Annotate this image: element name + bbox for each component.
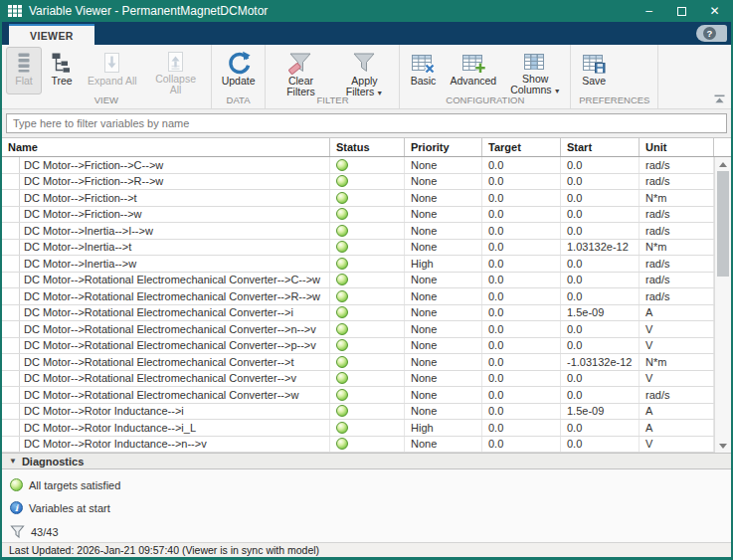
table-row[interactable]: DC Motor-->Rotational Electromechanical …: [2, 273, 714, 289]
unit-cell: N*m: [640, 354, 714, 370]
start-cell: 0.0: [561, 321, 640, 337]
row-gutter: [2, 256, 20, 272]
clear-filters-button[interactable]: Clear Filters: [270, 47, 331, 94]
table-row[interactable]: DC Motor-->Friction-->R-->wNone0.00.0rad…: [2, 174, 714, 191]
button-label: Update: [222, 76, 256, 87]
help-button[interactable]: ?: [696, 25, 727, 42]
column-header-target[interactable]: Target: [482, 138, 561, 156]
start-cell: 0.0: [561, 420, 640, 436]
show-columns-button[interactable]: Show Columns▼: [504, 47, 566, 94]
variable-filter-input[interactable]: [6, 113, 727, 133]
target-cell: 0.0: [482, 354, 561, 370]
target-cell: 0.0: [482, 207, 561, 223]
button-label: Tree: [51, 76, 72, 87]
row-gutter: [2, 321, 20, 337]
start-cell: 1.03132e-12: [561, 240, 640, 256]
app-grid-icon: [8, 5, 22, 17]
scrollbar-thumb[interactable]: [717, 171, 729, 277]
table-row[interactable]: DC Motor-->Rotor Inductance-->i_LHigh0.0…: [2, 420, 714, 437]
status-ok-icon: [336, 306, 348, 318]
status-ok-icon: [336, 356, 348, 368]
flat-button: Flat: [6, 47, 42, 94]
advanced-button[interactable]: Advanced: [444, 47, 502, 94]
start-cell: 0.0: [561, 190, 640, 206]
column-header-name[interactable]: Name: [2, 138, 330, 156]
column-header-unit[interactable]: Unit: [640, 138, 714, 156]
table-row[interactable]: DC Motor-->Friction-->wNone0.00.0rad/s: [2, 207, 714, 224]
table-row[interactable]: DC Motor-->Rotor Inductance-->n-->vNone0…: [2, 437, 714, 454]
diagnostics-header[interactable]: ▼ Diagnostics: [2, 453, 731, 469]
diagnostics-panel: All targets satisfiediVariables at start…: [2, 469, 731, 542]
status-cell: [330, 240, 405, 256]
tab-viewer[interactable]: VIEWER: [9, 24, 94, 45]
column-header-priority[interactable]: Priority: [405, 138, 482, 156]
priority-cell: None: [405, 223, 482, 239]
vertical-scrollbar[interactable]: [714, 157, 731, 453]
table-row[interactable]: DC Motor-->Rotational Electromechanical …: [2, 305, 714, 322]
diagnostic-label: Variables at start: [29, 502, 110, 514]
variable-name-cell: DC Motor-->Rotational Electromechanical …: [20, 338, 330, 354]
save-button[interactable]: Save: [575, 47, 613, 94]
row-gutter: [2, 288, 20, 304]
diagnostics-title: Diagnostics: [22, 456, 84, 467]
row-gutter: [2, 190, 20, 206]
advanced-icon: [460, 50, 486, 76]
table-row[interactable]: DC Motor-->Inertia-->tNone0.01.03132e-12…: [2, 240, 714, 257]
status-ok-icon: [336, 225, 348, 237]
unit-cell: rad/s: [640, 157, 714, 173]
variable-name-cell: DC Motor-->Rotor Inductance-->n-->v: [20, 437, 330, 453]
target-cell: 0.0: [482, 404, 561, 420]
column-header-status[interactable]: Status: [330, 138, 405, 156]
table-row[interactable]: DC Motor-->Rotational Electromechanical …: [2, 288, 714, 305]
title-bar[interactable]: Variable Viewer - PermanentMagnetDCMotor…: [2, 0, 731, 22]
table-row[interactable]: DC Motor-->Rotational Electromechanical …: [2, 354, 714, 371]
status-ok-icon: [10, 478, 23, 491]
apply-filters-button[interactable]: Apply Filters▼: [333, 47, 395, 94]
variable-name-cell: DC Motor-->Friction-->w: [20, 207, 330, 223]
priority-cell: None: [405, 404, 482, 420]
table-row[interactable]: DC Motor-->Rotor Inductance-->iNone0.01.…: [2, 404, 714, 421]
table-row[interactable]: DC Motor-->Rotational Electromechanical …: [2, 371, 714, 388]
table-header-row: NameStatusPriorityTargetStartUnit: [2, 137, 731, 157]
button-label: Show Columns▼: [510, 74, 560, 96]
variable-name-cell: DC Motor-->Rotational Electromechanical …: [20, 273, 330, 288]
target-cell: 0.0: [482, 256, 561, 272]
table-row[interactable]: DC Motor-->Inertia-->I-->wNone0.00.0rad/…: [2, 223, 714, 240]
status-ok-icon: [336, 438, 348, 450]
unit-cell: A: [640, 420, 714, 436]
row-gutter: [2, 157, 20, 173]
column-header-start[interactable]: Start: [561, 138, 640, 156]
status-cell: [330, 256, 405, 272]
table-row[interactable]: DC Motor-->Friction-->tNone0.00.0N*m: [2, 190, 714, 207]
close-button[interactable]: ✕: [698, 0, 731, 22]
minimize-button[interactable]: –: [633, 0, 665, 22]
maximize-button[interactable]: [665, 0, 698, 22]
start-cell: 0.0: [561, 223, 640, 239]
priority-cell: None: [405, 207, 482, 223]
row-gutter: [2, 305, 20, 321]
table-row[interactable]: DC Motor-->Friction-->C-->wNone0.00.0rad…: [2, 157, 714, 174]
collapse-ribbon-button[interactable]: [714, 94, 725, 103]
priority-cell: None: [405, 321, 482, 337]
priority-cell: None: [405, 273, 482, 288]
table-row[interactable]: DC Motor-->Rotational Electromechanical …: [2, 338, 714, 355]
start-cell: 0.0: [561, 207, 640, 223]
target-cell: 0.0: [482, 174, 561, 190]
basic-button[interactable]: Basic: [404, 47, 442, 94]
diagnostic-item: iVariables at start: [10, 501, 731, 514]
table-row[interactable]: DC Motor-->Rotational Electromechanical …: [2, 387, 714, 404]
unit-cell: N*m: [640, 240, 714, 256]
update-button[interactable]: Update: [216, 47, 262, 94]
table-row[interactable]: DC Motor-->Rotational Electromechanical …: [2, 321, 714, 338]
target-cell: 0.0: [482, 240, 561, 256]
variable-name-cell: DC Motor-->Rotational Electromechanical …: [20, 354, 330, 370]
tree-button[interactable]: Tree: [44, 47, 80, 94]
table-row[interactable]: DC Motor-->Inertia-->wHigh0.00.0rad/s: [2, 256, 714, 273]
target-cell: 0.0: [482, 387, 561, 403]
button-label: Flat: [15, 76, 33, 87]
scroll-down-button[interactable]: [715, 439, 731, 453]
button-label: Expand All: [88, 76, 137, 87]
row-gutter: [2, 420, 20, 436]
row-gutter: [2, 174, 20, 190]
scroll-up-button[interactable]: [715, 157, 731, 171]
